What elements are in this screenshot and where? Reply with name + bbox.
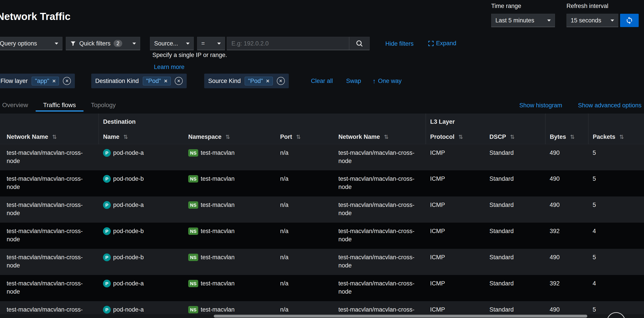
network-traffic-page: Network Traffic Time range Last 5 minute… (0, 0, 644, 318)
search-button[interactable] (349, 37, 370, 50)
sort-icon[interactable]: ⇅ (570, 134, 575, 140)
destination-name-cell: P pod-node-b (98, 249, 184, 275)
show-advanced-options-link[interactable]: Show advanced options (578, 102, 642, 109)
table-row[interactable]: test-macvlan/macvlan-cross-node P pod-no… (0, 223, 644, 249)
swap-link[interactable]: Swap (346, 78, 361, 84)
column-header-name[interactable]: Name⇅ (98, 130, 184, 144)
dscp-cell: Standard (485, 249, 545, 275)
quick-filters-badge: 2 (114, 40, 122, 47)
quick-filters-dropdown[interactable]: Quick filters 2 (66, 37, 140, 50)
table-row[interactable]: test-macvlan/macvlan-cross-node P pod-no… (0, 249, 644, 275)
column-label: Protocol (430, 133, 455, 140)
search-icon (356, 40, 363, 47)
column-header-dscp[interactable]: DSCP⇅ (485, 130, 545, 144)
filter-column-select[interactable]: Source... (150, 37, 194, 50)
pod-badge: P (103, 253, 111, 261)
pod-badge: P (103, 306, 111, 313)
namespace-cell: NS test-macvlan (184, 197, 276, 223)
expand-link[interactable]: Expand (428, 40, 456, 47)
learn-more-link[interactable]: Learn more (154, 64, 184, 71)
scrollbar-thumb[interactable] (214, 315, 587, 317)
sort-icon[interactable]: ⇅ (52, 134, 57, 140)
tab-traffic-flows[interactable]: Traffic flows (36, 99, 84, 111)
refresh-interval-value: 15 seconds (571, 17, 601, 24)
protocol-cell: ICMP (426, 197, 485, 223)
source-network-name-cell: test-macvlan/macvlan-cross-node (0, 144, 98, 170)
destination-name-cell: P pod-node-a (98, 144, 184, 170)
column-header-network-name[interactable]: Network Name⇅ (0, 130, 98, 144)
sort-icon[interactable]: ⇅ (510, 134, 515, 140)
column-header-namespace[interactable]: Namespace⇅ (184, 130, 276, 144)
chip-remove-icon[interactable]: × (266, 78, 269, 84)
show-histogram-link[interactable]: Show histogram (519, 102, 562, 109)
filter-chip[interactable]: "app" × (32, 77, 59, 85)
namespace-cell: NS test-macvlan (184, 170, 276, 197)
filter-operator-select[interactable]: = (197, 37, 225, 50)
tab-overview[interactable]: Overview (0, 99, 36, 111)
sort-icon[interactable]: ⇅ (296, 134, 301, 140)
chip-group-flow-layer: Flow layer "app" × × (0, 74, 75, 88)
expand-icon (428, 41, 434, 46)
chip-group-destination-kind: Destination Kind "Pod" × × (91, 74, 187, 88)
chip-value: "Pod" (248, 78, 263, 84)
packets-cell: 5 (588, 249, 644, 275)
group-header-empty (588, 113, 644, 130)
chip-remove-icon[interactable]: × (164, 78, 168, 84)
protocol-cell: ICMP (426, 144, 485, 170)
sort-icon[interactable]: ⇅ (123, 134, 128, 140)
source-network-name-cell: test-macvlan/macvlan-cross-node (0, 275, 98, 301)
namespace-badge: NS (188, 149, 198, 156)
column-header-protocol[interactable]: Protocol⇅ (426, 130, 485, 144)
sort-icon[interactable]: ⇅ (384, 134, 389, 140)
column-header-packets[interactable]: Packets⇅ (588, 130, 644, 144)
destination-name-value: pod-node-a (113, 279, 144, 288)
destination-name-value: pod-node-b (113, 175, 144, 183)
filter-helper-text: Specify a single IP or range. (152, 52, 227, 59)
sort-icon[interactable]: ⇅ (458, 134, 463, 140)
column-header-bytes[interactable]: Bytes⇅ (545, 130, 588, 144)
tab-topology[interactable]: Topology (84, 99, 123, 111)
chip-group-remove-button[interactable]: × (277, 77, 285, 85)
destination-name-cell: P pod-node-b (98, 170, 184, 197)
source-network-name-cell: test-macvlan/macvlan-cross-node (0, 223, 98, 249)
chip-group-remove-button[interactable]: × (63, 77, 71, 85)
table-row[interactable]: test-macvlan/macvlan-cross-node P pod-no… (0, 170, 644, 197)
namespace-cell: NS test-macvlan (184, 223, 276, 249)
caret-down-icon (610, 20, 614, 22)
time-range-select[interactable]: Last 5 minutes (491, 14, 555, 27)
namespace-badge: NS (188, 201, 198, 209)
one-way-link[interactable]: ↑ One way (372, 78, 402, 84)
filter-chip[interactable]: "Pod" × (245, 77, 272, 85)
protocol-cell: ICMP (426, 249, 485, 275)
clear-all-link[interactable]: Clear all (311, 78, 333, 84)
destination-name-cell: P pod-node-a (98, 197, 184, 223)
table-row[interactable]: test-macvlan/macvlan-cross-node P pod-no… (0, 144, 644, 170)
column-label: Port (280, 133, 292, 140)
refresh-interval-select[interactable]: 15 seconds (566, 14, 618, 27)
destination-name-value: pod-node-a (113, 201, 144, 209)
table-row[interactable]: test-macvlan/macvlan-cross-node P pod-no… (0, 197, 644, 223)
arrow-up-icon: ↑ (372, 78, 376, 84)
protocol-cell: ICMP (426, 170, 485, 197)
hide-filters-link[interactable]: Hide filters (385, 40, 414, 47)
query-options-dropdown[interactable]: Query options (0, 37, 62, 50)
column-header-port[interactable]: Port⇅ (276, 130, 334, 144)
refresh-button[interactable] (620, 14, 639, 27)
horizontal-scrollbar[interactable] (0, 314, 644, 318)
namespace-value: test-macvlan (201, 305, 234, 314)
caret-down-icon (217, 43, 221, 45)
destination-network-name-cell: test-macvlan/macvlan-cross-node (334, 275, 426, 301)
column-header-dest-network-name[interactable]: Network Name⇅ (334, 130, 426, 144)
source-network-name-cell: test-macvlan/macvlan-cross-node (0, 170, 98, 197)
sort-icon[interactable]: ⇅ (620, 134, 624, 140)
chip-remove-icon[interactable]: × (52, 78, 56, 84)
filter-text-input[interactable] (227, 37, 349, 50)
view-tabs: Overview Traffic flows Topology (0, 99, 123, 111)
port-cell: n/a (276, 249, 334, 275)
sort-icon[interactable]: ⇅ (226, 134, 230, 140)
chip-group-remove-button[interactable]: × (175, 77, 183, 85)
port-cell: n/a (276, 144, 334, 170)
filter-chip[interactable]: "Pod" × (143, 77, 171, 85)
table-row[interactable]: test-macvlan/macvlan-cross-node P pod-no… (0, 275, 644, 301)
namespace-value: test-macvlan (201, 175, 234, 183)
